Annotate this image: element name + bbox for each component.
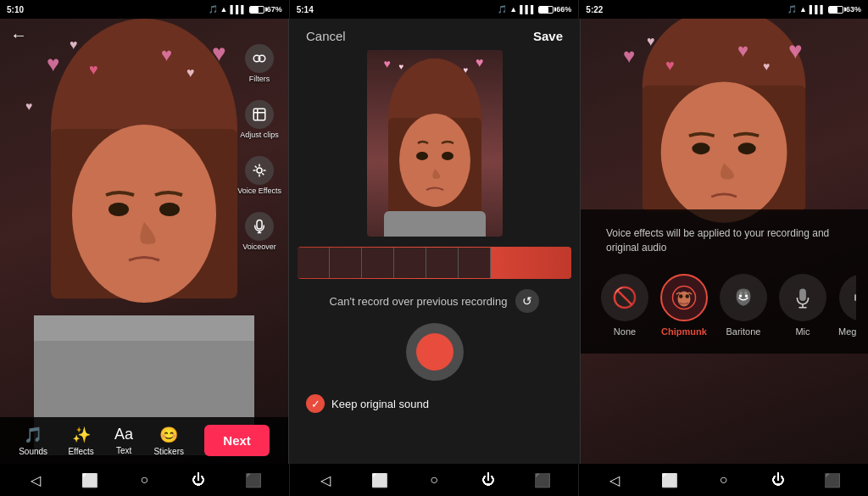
next-button[interactable]: Next — [204, 425, 270, 456]
bluetooth-icon-left: 🎵 — [209, 5, 218, 14]
chipmunk-svg — [671, 285, 697, 310]
wifi-icon-mid: ▲ — [509, 5, 517, 14]
preview-heart-2: ♥ — [399, 62, 404, 71]
mic-icon-circle — [779, 274, 826, 321]
cancel-button[interactable]: Cancel — [306, 29, 346, 43]
effect-baritone[interactable]: Baritone — [720, 274, 767, 337]
record-button-inner — [416, 333, 453, 371]
recording-status: Can't record over previous recording ↺ — [289, 289, 580, 313]
effect-none[interactable]: 🚫 None — [601, 274, 648, 337]
status-icons-right: 🎵 ▲ ▌▌▌ 63% — [787, 5, 861, 14]
status-bar: 5:10 🎵 ▲ ▌▌▌ 67% 5:14 🎵 ▲ ▌▌▌ 66% — [0, 0, 868, 19]
bluetooth-icon-mid: 🎵 — [498, 5, 507, 14]
timeline-strip[interactable] — [298, 247, 571, 279]
voice-effects-notice: Voice effects will be applied to your re… — [593, 216, 856, 264]
timeline-thumb-3 — [362, 248, 394, 278]
keep-original-row[interactable]: ✓ Keep original sound — [289, 387, 580, 420]
nav-square-left[interactable]: ⬛ — [243, 470, 264, 490]
panel-right: ♥ ♥ ♥ ♥ ♥ ♥ Voice effects will be applie… — [581, 19, 868, 464]
baritone-label: Baritone — [726, 326, 761, 337]
battery-right — [828, 6, 843, 14]
sounds-tool[interactable]: 🎵 Sounds — [19, 426, 47, 456]
filters-tool[interactable]: Filters — [245, 44, 274, 83]
timeline-thumb-4 — [394, 248, 426, 278]
svg-point-2 — [72, 125, 216, 303]
text-label: Text — [116, 446, 131, 455]
effect-megaphone[interactable]: Megaphone — [838, 274, 856, 337]
adjust-label: Adjust clips — [240, 131, 279, 139]
wifi-icon-left: ▲ — [220, 5, 228, 14]
svg-point-15 — [416, 152, 428, 160]
time-right: 5:22 — [586, 5, 603, 14]
status-right: 5:22 🎵 ▲ ▌▌▌ 63% — [579, 0, 868, 19]
voice-effects-tool[interactable]: Voice Effects — [237, 156, 281, 195]
voice-effects-label: Voice Effects — [237, 187, 281, 195]
svg-point-26 — [739, 294, 743, 298]
nav-power-right[interactable]: ⏻ — [768, 470, 788, 490]
nav-circle-mid[interactable]: ○ — [424, 470, 444, 490]
right-toolbar: Filters Adjust clips Voi — [237, 44, 281, 251]
megaphone-icon — [839, 274, 856, 321]
nav-square-mid[interactable]: ⬛ — [532, 470, 553, 490]
nav-power-left[interactable]: ⏻ — [188, 470, 209, 490]
voiceover-label: Voiceover — [242, 242, 276, 251]
svg-point-16 — [442, 152, 453, 160]
voice-effects-icon — [245, 156, 274, 185]
baritone-icon — [720, 274, 767, 321]
voiceover-tool[interactable]: Voiceover — [242, 212, 276, 251]
bluetooth-icon-right: 🎵 — [787, 5, 797, 14]
stickers-icon: 😊 — [159, 426, 178, 444]
svg-rect-9 — [253, 109, 265, 120]
effects-icon: ✨ — [72, 426, 91, 444]
status-left: 5:10 🎵 ▲ ▌▌▌ 67% — [0, 0, 289, 19]
battery-mid — [538, 6, 554, 14]
save-button[interactable]: Save — [533, 29, 563, 43]
adjust-tool[interactable]: Adjust clips — [240, 100, 279, 139]
megaphone-label: Megaphone — [838, 326, 856, 337]
battery-pct-mid: 66% — [556, 5, 571, 14]
back-button[interactable]: ← — [10, 25, 27, 45]
time-left: 5:10 — [7, 5, 24, 14]
filters-icon — [245, 44, 274, 73]
svg-rect-14 — [384, 211, 486, 237]
main-panels: ♥ ♥ ♥ ♥ ♥ ♥ ♥ ← Filters — [0, 19, 868, 464]
nav-home-left[interactable]: ⬜ — [80, 470, 100, 490]
filters-label: Filters — [249, 75, 270, 83]
undo-button[interactable]: ↺ — [515, 289, 539, 313]
mic-label: Mic — [795, 326, 810, 337]
nav-circle-right[interactable]: ○ — [714, 470, 734, 490]
nav-home-right[interactable]: ⬜ — [659, 470, 680, 490]
preview-heart-4: ♥ — [464, 65, 469, 75]
adjust-icon — [245, 100, 274, 129]
nav-back-left[interactable]: ◁ — [25, 470, 46, 490]
effects-tool[interactable]: ✨ Effects — [68, 426, 93, 456]
nav-square-right[interactable]: ⬛ — [822, 470, 843, 490]
status-icons-left: 🎵 ▲ ▌▌▌ 67% — [209, 5, 282, 14]
recording-status-text: Can't record over previous recording — [330, 295, 508, 308]
nav-bar: ◁ ⬜ ○ ⏻ ⬛ ◁ ⬜ ○ ⏻ ⬛ ◁ ⬜ ○ ⏻ ⬛ — [0, 464, 868, 496]
bottom-toolbar: 🎵 Sounds ✨ Effects Aa Text 😊 Stickers Ne… — [0, 417, 288, 464]
svg-point-13 — [399, 114, 470, 207]
nav-home-mid[interactable]: ⬜ — [370, 470, 390, 490]
nav-power-mid[interactable]: ⏻ — [478, 470, 498, 490]
effect-mic[interactable]: Mic — [779, 274, 826, 337]
record-button-outer[interactable] — [406, 323, 464, 381]
timeline-thumb-2 — [330, 248, 362, 278]
svg-point-19 — [661, 81, 787, 222]
keep-original-label: Keep original sound — [331, 398, 429, 410]
nav-back-right[interactable]: ◁ — [604, 470, 625, 490]
nav-back-mid[interactable]: ◁ — [315, 470, 336, 490]
nav-right: ◁ ⬜ ○ ⏻ ⬛ — [579, 464, 868, 496]
effects-row: 🚫 None — [593, 264, 856, 347]
status-icons-middle: 🎵 ▲ ▌▌▌ 66% — [498, 5, 571, 14]
svg-point-24 — [679, 294, 683, 298]
nav-circle-left[interactable]: ○ — [134, 470, 154, 490]
svg-point-20 — [692, 142, 709, 154]
effect-chipmunk[interactable]: Chipmunk — [660, 274, 708, 337]
text-tool[interactable]: Aa Text — [114, 426, 133, 455]
preview-face-svg — [367, 50, 503, 237]
stickers-tool[interactable]: 😊 Stickers — [153, 426, 184, 456]
check-icon: ✓ — [306, 394, 325, 413]
text-icon: Aa — [114, 426, 133, 443]
timeline-thumb-1 — [298, 248, 330, 278]
